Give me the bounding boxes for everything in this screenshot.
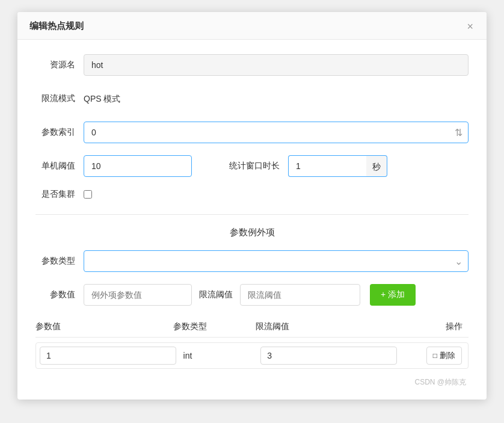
col-header-param-val: 参数值 bbox=[35, 321, 173, 332]
delete-button[interactable]: □ 删除 bbox=[426, 347, 462, 365]
threshold-inline-label: 限流阈值 bbox=[192, 289, 240, 300]
section-divider bbox=[35, 214, 469, 215]
exception-section-title: 参数例外项 bbox=[35, 227, 469, 238]
table-row: int □ 删除 bbox=[35, 342, 469, 369]
dialog-body: 资源名 限流模式 QPS 模式 参数索引 0 1 2 ⇅ 单机阈值 统计窗口 bbox=[17, 40, 487, 400]
add-button[interactable]: + 添加 bbox=[370, 284, 416, 306]
param-value-input[interactable] bbox=[84, 284, 192, 306]
cluster-label: 是否集群 bbox=[35, 189, 84, 200]
cluster-checkbox[interactable] bbox=[84, 190, 92, 199]
param-value-label: 参数值 bbox=[35, 289, 84, 300]
resource-name-input[interactable] bbox=[84, 54, 469, 76]
col-header-action: 操作 bbox=[393, 321, 469, 332]
param-index-select[interactable]: 0 1 2 bbox=[84, 122, 469, 143]
exception-type-wrapper: int long float double String ⌄ bbox=[84, 250, 469, 272]
flow-mode-label: 限流模式 bbox=[35, 93, 84, 104]
threshold-label: 单机阈值 bbox=[35, 161, 84, 171]
flow-mode-row: 限流模式 QPS 模式 bbox=[35, 88, 469, 110]
threshold-input[interactable] bbox=[84, 155, 192, 177]
dialog-title: 编辑热点规则 bbox=[29, 20, 84, 32]
row-action-cell: □ 删除 bbox=[401, 347, 468, 365]
flow-mode-value: QPS 模式 bbox=[84, 88, 120, 110]
window-input[interactable] bbox=[288, 155, 366, 177]
exception-type-row: 参数类型 int long float double String ⌄ bbox=[35, 250, 469, 272]
edit-hotspot-dialog: 编辑热点规则 × 资源名 限流模式 QPS 模式 参数索引 0 1 2 ⇅ bbox=[17, 12, 487, 400]
threshold-value-input[interactable] bbox=[240, 284, 360, 306]
exception-type-label: 参数类型 bbox=[35, 256, 84, 267]
table-header: 参数值 参数类型 限流阈值 操作 bbox=[35, 316, 469, 338]
cluster-row: 是否集群 bbox=[35, 189, 469, 200]
window-unit: 秒 bbox=[366, 155, 387, 177]
param-value-row: 参数值 限流阈值 + 添加 bbox=[35, 284, 469, 306]
row-threshold-input[interactable] bbox=[260, 347, 397, 365]
resource-name-row: 资源名 bbox=[35, 54, 469, 76]
param-index-label: 参数索引 bbox=[35, 127, 84, 138]
delete-label: 删除 bbox=[440, 350, 455, 361]
window-label: 统计窗口时长 bbox=[216, 161, 288, 171]
threshold-row: 单机阈值 统计窗口时长 秒 bbox=[35, 155, 469, 177]
dialog-header: 编辑热点规则 × bbox=[17, 12, 487, 40]
param-index-row: 参数索引 0 1 2 ⇅ bbox=[35, 122, 469, 143]
watermark: CSDN @帅陈克 bbox=[35, 377, 469, 387]
row-param-type: int bbox=[180, 351, 257, 360]
row-param-value-input[interactable] bbox=[40, 347, 176, 365]
close-button[interactable]: × bbox=[466, 21, 475, 32]
param-index-wrapper: 0 1 2 ⇅ bbox=[84, 122, 469, 143]
col-header-param-type: 参数类型 bbox=[173, 321, 256, 332]
col-header-threshold: 限流阈值 bbox=[256, 321, 393, 332]
delete-icon: □ bbox=[433, 351, 437, 360]
resource-name-label: 资源名 bbox=[35, 60, 84, 70]
exception-type-select[interactable]: int long float double String bbox=[84, 250, 469, 272]
